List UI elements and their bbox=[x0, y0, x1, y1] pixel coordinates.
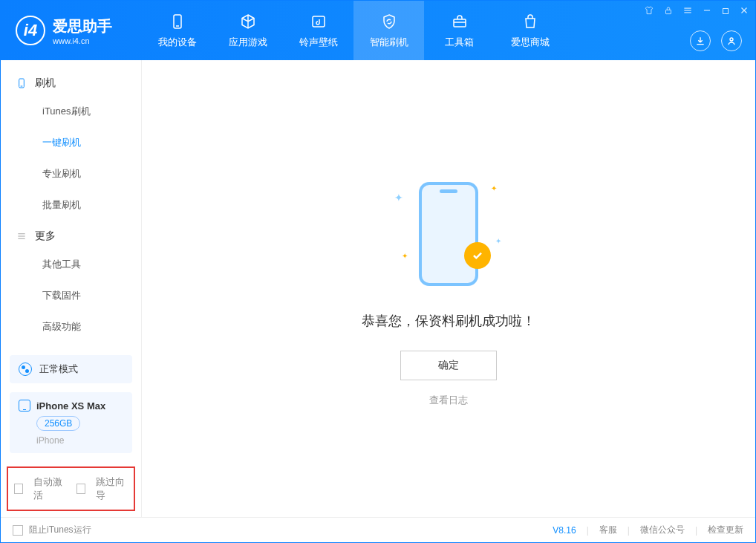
body: 刷机 iTunes刷机 一键刷机 专业刷机 批量刷机 更多 其他工具 下载固件 … bbox=[1, 60, 755, 517]
svg-point-12 bbox=[730, 38, 733, 41]
wechat-link[interactable]: 微信公众号 bbox=[640, 524, 685, 536]
minimize-button[interactable] bbox=[702, 5, 712, 19]
statusbar-left: 阻止iTunes运行 bbox=[13, 524, 91, 536]
nav-label: 我的设备 bbox=[158, 36, 197, 49]
header-right-icons bbox=[690, 30, 742, 51]
close-button[interactable] bbox=[739, 5, 749, 19]
list-icon bbox=[16, 230, 27, 242]
app-url: www.i4.cn bbox=[53, 36, 112, 45]
user-icon[interactable] bbox=[721, 30, 742, 51]
sidebar-scroll: 刷机 iTunes刷机 一键刷机 专业刷机 批量刷机 更多 其他工具 下载固件 … bbox=[1, 60, 141, 349]
svg-rect-4 bbox=[666, 10, 671, 13]
check-update-link[interactable]: 检查更新 bbox=[708, 524, 743, 536]
phone-outline-icon bbox=[16, 77, 27, 89]
toolbox-icon bbox=[450, 12, 469, 31]
bottom-options-highlight: 自动激活 跳过向导 bbox=[7, 466, 135, 511]
version-label: V8.16 bbox=[553, 525, 576, 536]
nav-tabs: 我的设备 应用游戏 铃声壁纸 智能刷机 工具箱 爱思商城 bbox=[142, 1, 565, 60]
block-itunes-label: 阻止iTunes运行 bbox=[29, 524, 91, 536]
cube-icon bbox=[238, 12, 258, 31]
group-title: 刷机 bbox=[35, 77, 56, 90]
svg-rect-9 bbox=[723, 9, 729, 14]
main-content: ✦ ✦ ✦ ✦ 恭喜您，保资料刷机成功啦！ 确定 查看日志 bbox=[142, 60, 755, 517]
logo-area: i4 爱思助手 www.i4.cn bbox=[1, 16, 142, 45]
phone-icon bbox=[168, 12, 187, 31]
group-title: 更多 bbox=[35, 230, 56, 243]
nav-label: 工具箱 bbox=[445, 36, 474, 49]
sidebar-item-download-firmware[interactable]: 下载固件 bbox=[1, 280, 141, 311]
nav-tab-toolbox[interactable]: 工具箱 bbox=[424, 1, 495, 60]
sidebar-item-batch-flash[interactable]: 批量刷机 bbox=[1, 189, 141, 221]
ok-button[interactable]: 确定 bbox=[400, 351, 497, 380]
sparkle-icon: ✦ bbox=[394, 192, 403, 204]
svg-rect-3 bbox=[454, 19, 466, 27]
nav-tab-my-device[interactable]: 我的设备 bbox=[142, 1, 212, 60]
download-icon[interactable] bbox=[690, 30, 711, 51]
music-folder-icon bbox=[309, 12, 328, 31]
app-name: 爱思助手 bbox=[53, 16, 112, 36]
nav-tab-ringtones[interactable]: 铃声壁纸 bbox=[283, 1, 353, 60]
lock-icon[interactable] bbox=[663, 5, 674, 19]
phone-illustration bbox=[419, 182, 478, 286]
sparkle-icon: ✦ bbox=[491, 184, 497, 192]
check-badge-icon bbox=[464, 242, 491, 269]
checkbox-auto-activate[interactable] bbox=[14, 484, 23, 494]
app-logo-icon: i4 bbox=[16, 16, 45, 45]
success-message: 恭喜您，保资料刷机成功啦！ bbox=[362, 312, 535, 330]
tshirt-icon[interactable] bbox=[644, 5, 654, 19]
nav-tab-store[interactable]: 爱思商城 bbox=[495, 1, 565, 60]
sidebar-group-flash: 刷机 bbox=[1, 68, 141, 96]
nav-label: 铃声壁纸 bbox=[299, 36, 338, 49]
skip-wizard-label: 跳过向导 bbox=[96, 475, 128, 502]
statusbar-right: V8.16 | 客服 | 微信公众号 | 检查更新 bbox=[553, 524, 743, 536]
capacity-badge: 256GB bbox=[36, 416, 80, 431]
maximize-button[interactable] bbox=[721, 5, 730, 19]
statusbar: 阻止iTunes运行 V8.16 | 客服 | 微信公众号 | 检查更新 bbox=[1, 517, 755, 542]
nav-label: 爱思商城 bbox=[511, 36, 550, 49]
bag-icon bbox=[521, 12, 540, 31]
sidebar-item-itunes-flash[interactable]: iTunes刷机 bbox=[1, 96, 141, 127]
menu-icon[interactable] bbox=[682, 5, 693, 19]
checkbox-skip-wizard[interactable] bbox=[76, 484, 85, 494]
nav-label: 智能刷机 bbox=[370, 36, 408, 49]
app-window: i4 爱思助手 www.i4.cn 我的设备 应用游戏 铃声壁纸 智能刷机 bbox=[0, 0, 756, 543]
mode-icon bbox=[19, 362, 32, 376]
sidebar-item-oneclick-flash[interactable]: 一键刷机 bbox=[1, 127, 141, 158]
mode-label: 正常模式 bbox=[39, 362, 78, 376]
checkbox-block-itunes[interactable] bbox=[13, 525, 23, 536]
svg-rect-2 bbox=[313, 16, 325, 27]
nav-tab-flash[interactable]: 智能刷机 bbox=[353, 1, 424, 60]
window-controls bbox=[644, 5, 749, 19]
nav-tab-apps[interactable]: 应用游戏 bbox=[212, 1, 283, 60]
customer-service-link[interactable]: 客服 bbox=[599, 524, 617, 536]
sidebar-item-other-tools[interactable]: 其他工具 bbox=[1, 249, 141, 280]
titlebar: i4 爱思助手 www.i4.cn 我的设备 应用游戏 铃声壁纸 智能刷机 bbox=[1, 1, 755, 60]
auto-activate-label: 自动激活 bbox=[33, 475, 65, 502]
device-name-row: iPhone XS Max bbox=[19, 400, 123, 412]
shield-refresh-icon bbox=[379, 12, 399, 31]
sidebar-item-pro-flash[interactable]: 专业刷机 bbox=[1, 158, 141, 189]
sparkle-icon: ✦ bbox=[402, 252, 408, 260]
sidebar: 刷机 iTunes刷机 一键刷机 专业刷机 批量刷机 更多 其他工具 下载固件 … bbox=[1, 60, 142, 517]
device-name: iPhone XS Max bbox=[36, 400, 105, 412]
device-box[interactable]: iPhone XS Max 256GB iPhone bbox=[10, 392, 132, 453]
view-log-link[interactable]: 查看日志 bbox=[429, 394, 468, 407]
device-type: iPhone bbox=[36, 435, 123, 446]
nav-label: 应用游戏 bbox=[229, 36, 267, 49]
device-phone-icon bbox=[19, 400, 30, 412]
sidebar-item-advanced[interactable]: 高级功能 bbox=[1, 311, 141, 342]
sparkle-icon: ✦ bbox=[495, 237, 501, 245]
success-illustration: ✦ ✦ ✦ ✦ bbox=[385, 171, 512, 297]
logo-text: 爱思助手 www.i4.cn bbox=[53, 16, 112, 45]
sidebar-group-more: 更多 bbox=[1, 221, 141, 249]
mode-box[interactable]: 正常模式 bbox=[10, 355, 132, 383]
